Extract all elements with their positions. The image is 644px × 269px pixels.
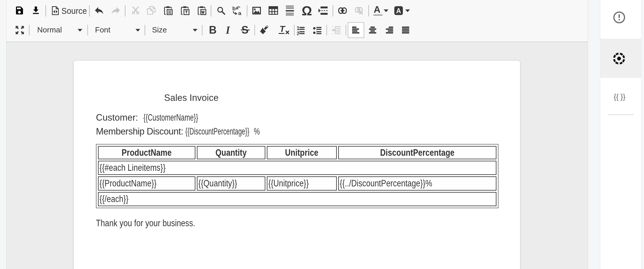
- svg-text:A: A: [396, 7, 401, 15]
- svg-text:2: 2: [297, 31, 300, 35]
- svg-text:a: a: [238, 10, 241, 15]
- svg-text:T: T: [279, 25, 286, 34]
- svg-text:b: b: [233, 6, 236, 12]
